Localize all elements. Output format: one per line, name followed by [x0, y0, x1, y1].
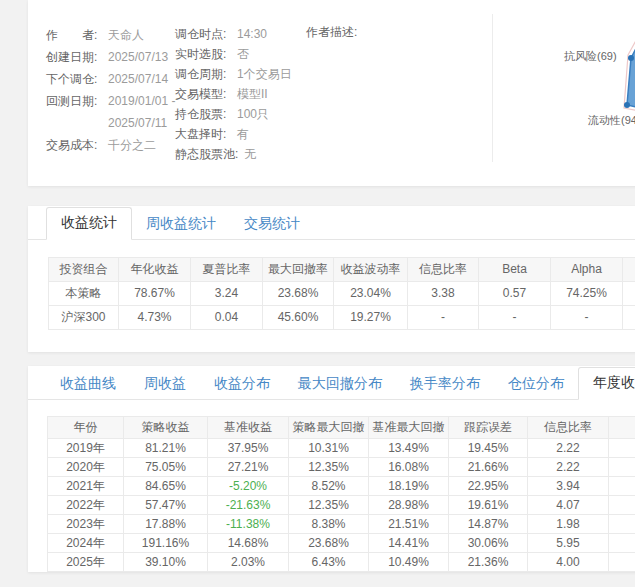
table-cell: 2020年 — [48, 458, 124, 477]
table-cell — [609, 458, 635, 477]
table-row: 2023年17.88%-11.38%8.38%21.51%14.87%1.98 — [48, 515, 635, 534]
table-cell: -5.20% — [208, 477, 289, 496]
table-cell: - — [479, 306, 551, 330]
table-cell: 2022年 — [48, 496, 124, 515]
table-row: 2025年39.10%2.03%6.43%10.49%21.36%4.00 — [48, 553, 635, 572]
table-cell: - — [551, 306, 623, 330]
table-cell — [623, 306, 635, 330]
table-cell: 21.66% — [449, 458, 528, 477]
tab-收益统计[interactable]: 收益统计 — [46, 207, 132, 240]
table-cell: 16.08% — [369, 458, 449, 477]
table-cell: 84.65% — [124, 477, 208, 496]
table-cell: 4.00 — [528, 553, 609, 572]
info-label: 大盘择时: — [175, 124, 231, 144]
table-cell: 39.10% — [124, 553, 208, 572]
table-cell: 191.16% — [124, 534, 208, 553]
table-cell: 81.21% — [124, 439, 208, 458]
column-header: 夏普比率 — [191, 258, 263, 282]
table-cell — [609, 477, 635, 496]
table-cell — [609, 534, 635, 553]
table-cell: 23.68% — [263, 282, 334, 306]
column-header: Alpha — [551, 258, 623, 282]
table-row: 本策略78.67%3.2423.68%23.04%3.380.5774.25% — [49, 282, 635, 306]
info-value: 2025/07/14 — [108, 68, 168, 90]
table-cell: 10.49% — [369, 553, 449, 572]
column-header: 收益波动率 — [334, 258, 408, 282]
table-cell: 4.73% — [119, 306, 191, 330]
tab-收益分布[interactable]: 收益分布 — [200, 369, 284, 400]
table-cell: 45.60% — [263, 306, 334, 330]
table-cell: 21.36% — [449, 553, 528, 572]
column-header: 最大回撤率 — [263, 258, 334, 282]
column-header: 信息比率 — [528, 417, 609, 439]
table-cell: 14.87% — [449, 515, 528, 534]
radar-label-risk: 抗风险(69) — [564, 49, 617, 64]
table-cell: 75.05% — [124, 458, 208, 477]
table-cell: 14.41% — [369, 534, 449, 553]
info-row: 交易模型:模型II — [175, 84, 292, 104]
info-row: 持仓股票:100只 — [175, 104, 292, 124]
table-row: 2021年84.65%-5.20%8.52%18.19%22.95%3.94 — [48, 477, 635, 496]
strategy-info-card: 作 者:天命人创建日期:2025/07/13下个调仓:2025/07/14回测日… — [28, 0, 635, 186]
table-cell: 19.45% — [449, 439, 528, 458]
table-cell: 3.24 — [191, 282, 263, 306]
table-cell: -11.38% — [208, 515, 289, 534]
table-row: 2020年75.05%27.21%12.35%16.08%21.66%2.22 — [48, 458, 635, 477]
table-cell: 2019年 — [48, 439, 124, 458]
info-value: 模型II — [237, 84, 268, 104]
tab-收益曲线[interactable]: 收益曲线 — [46, 369, 130, 400]
column-header: 跟踪误差 — [449, 417, 528, 439]
info-value: 100只 — [237, 104, 269, 124]
table-cell: 本策略 — [49, 282, 119, 306]
annual-returns-table: 年份策略收益基准收益策略最大回撤基准最大回撤跟踪误差信息比率2019年81.21… — [47, 416, 635, 572]
radar-point-risk — [628, 55, 634, 61]
table-cell: 27.21% — [208, 458, 289, 477]
table-cell: 0.57 — [479, 282, 551, 306]
table-cell: 3.38 — [408, 282, 479, 306]
info-value: 14:30 — [237, 24, 267, 44]
tab-周收益[interactable]: 周收益 — [130, 369, 200, 400]
table-cell — [609, 515, 635, 534]
tab-周收益统计[interactable]: 周收益统计 — [132, 209, 230, 240]
table-cell: 3.94 — [528, 477, 609, 496]
table-cell: 6.43% — [289, 553, 369, 572]
returns-stats-table: 投资组合年化收益夏普比率最大回撤率收益波动率信息比率BetaAlpha本策略78… — [48, 257, 635, 330]
table-cell: 2025年 — [48, 553, 124, 572]
info-column-middle: 调仓时点:14:30实时选股:否调仓周期:1个交易日交易模型:模型II持仓股票:… — [175, 24, 292, 164]
info-row: 调仓周期:1个交易日 — [175, 64, 292, 84]
table-cell: 23.68% — [289, 534, 369, 553]
info-label: 创建日期: — [46, 46, 102, 68]
tab-年度收益统计[interactable]: 年度收益统计 — [578, 367, 635, 400]
info-value: 天命人 — [108, 24, 144, 46]
radar-label-liquidity: 流动性(94) — [588, 113, 635, 128]
tab-交易统计[interactable]: 交易统计 — [230, 209, 314, 240]
info-label: 调仓周期: — [175, 64, 231, 84]
table-cell: 12.35% — [289, 458, 369, 477]
table-cell: -21.63% — [208, 496, 289, 515]
info-label: 实时选股: — [175, 44, 231, 64]
column-header: 年化收益 — [119, 258, 191, 282]
column-header: 策略收益 — [124, 417, 208, 439]
column-header: Beta — [479, 258, 551, 282]
info-label: 持仓股票: — [175, 104, 231, 124]
table-row: 沪深3004.73%0.0445.60%19.27%--- — [49, 306, 635, 330]
table-cell: 2021年 — [48, 477, 124, 496]
table-cell — [609, 553, 635, 572]
tab-换手率分布[interactable]: 换手率分布 — [396, 369, 494, 400]
stats-tab-bar: 收益统计周收益统计交易统计 — [28, 206, 635, 240]
info-value: 有 — [237, 124, 249, 144]
table-cell: 28.98% — [369, 496, 449, 515]
info-value: 否 — [237, 44, 249, 64]
tab-仓位分布[interactable]: 仓位分布 — [494, 369, 578, 400]
table-cell: 2.03% — [208, 553, 289, 572]
table-cell: 沪深300 — [49, 306, 119, 330]
column-header — [609, 417, 635, 439]
tab-最大回撤分布[interactable]: 最大回撤分布 — [284, 369, 396, 400]
info-label: 下个调仓: — [46, 68, 102, 90]
column-header: 投资组合 — [49, 258, 119, 282]
column-header: 基准最大回撤 — [369, 417, 449, 439]
table-cell: 21.51% — [369, 515, 449, 534]
info-label: 作 者: — [46, 24, 102, 46]
info-label: 回测日期: — [46, 90, 102, 112]
info-value: 千分之二 — [108, 134, 156, 156]
